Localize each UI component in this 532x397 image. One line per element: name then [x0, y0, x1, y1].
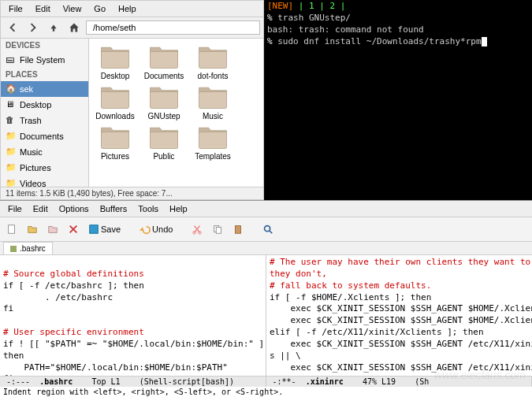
folder-icon: [147, 124, 180, 150]
sidebar-item-filesystem[interactable]: 🖴File System: [1, 52, 88, 68]
ed-menu-help[interactable]: Help: [165, 202, 192, 215]
folder-icon: [147, 43, 180, 70]
terminal-tab-2[interactable]: 2: [330, 1, 336, 11]
editor-menubar: File Edit Options Buffers Tools Help: [0, 201, 532, 217]
ed-menu-file[interactable]: File: [3, 202, 27, 215]
sidebar-item-documents[interactable]: 📁Documents: [1, 128, 88, 144]
editor-tab-bashrc[interactable]: .bashrc: [3, 242, 53, 254]
status-right: -:**- .xininrc 47% L19 (Sh: [266, 377, 533, 387]
fm-menu-help[interactable]: Help: [113, 2, 141, 15]
fm-statusbar: 11 items: 1.5 KiB (1,490 bytes), Free sp…: [1, 187, 263, 199]
folder-item-dot-fonts[interactable]: dot-fonts: [192, 43, 234, 80]
home-button[interactable]: [65, 20, 83, 35]
modified-marker-icon: [10, 246, 17, 252]
up-button[interactable]: [45, 20, 62, 35]
sidebar-item-pictures[interactable]: 📁Pictures: [1, 160, 88, 176]
undo-button[interactable]: Undo: [136, 221, 176, 238]
fm-menubar: File Edit View Go Help: [1, 1, 263, 17]
folder-icon: 📁: [6, 131, 17, 142]
sidebar-item-home[interactable]: 🏠sek: [1, 81, 88, 97]
close-button[interactable]: [65, 221, 82, 238]
back-button[interactable]: [4, 20, 21, 35]
terminal-new-tab[interactable]: [NEW]: [267, 1, 293, 11]
places-header: PLACES: [1, 68, 88, 81]
paste-button[interactable]: [229, 221, 247, 238]
editor-minibuffer[interactable]: Indent region with <left>, <right>, <S-l…: [0, 387, 532, 397]
desktop-icon: 🖥: [6, 99, 17, 110]
search-button[interactable]: [259, 221, 277, 238]
folder-item-templates[interactable]: Templates: [192, 124, 234, 161]
folder-icon: [196, 83, 229, 110]
drive-icon: 🖴: [6, 54, 17, 65]
folder-icon: 📁: [6, 162, 17, 173]
sidebar-item-desktop[interactable]: 🖥Desktop: [1, 97, 88, 113]
svg-point-7: [265, 226, 270, 232]
trash-icon: 🗑: [6, 115, 17, 126]
open-file-button[interactable]: [24, 221, 41, 238]
ed-menu-edit[interactable]: Edit: [28, 202, 53, 215]
text-editor: File Edit Options Buffers Tools Help Sav…: [0, 200, 532, 397]
open-folder-button[interactable]: [44, 221, 61, 238]
devices-header: DEVICES: [1, 39, 88, 52]
sidebar-item-music[interactable]: 📁Music: [1, 144, 88, 160]
folder-item-gnustep[interactable]: GNUstep: [143, 83, 185, 121]
folder-item-pictures[interactable]: Pictures: [94, 124, 136, 161]
fm-menu-file[interactable]: File: [4, 2, 28, 15]
folder-item-public[interactable]: Public: [143, 124, 185, 161]
folder-item-music[interactable]: Music: [192, 83, 234, 121]
file-manager: File Edit View Go Help /home/seth DEVICE…: [0, 0, 264, 200]
editor-left-pane[interactable]: # Source global definitionsif [ -f /etc/…: [0, 255, 266, 376]
editor-statusbar: -:--- .bashrc Top L1 (Shell-script[bash]…: [0, 376, 532, 387]
terminal-tab-1[interactable]: 1: [309, 1, 314, 11]
path-entry[interactable]: /home/seth: [86, 20, 260, 35]
path-text: /home/seth: [93, 23, 136, 32]
terminal[interactable]: [NEW] | 1 | 2 | % trash GNUstep/bash: tr…: [264, 0, 532, 200]
editor-toolbar: Save Undo: [0, 217, 532, 242]
folder-icon: [99, 43, 132, 70]
folder-icon: 📁: [6, 147, 17, 158]
svg-rect-6: [236, 226, 241, 234]
forward-button[interactable]: [24, 20, 42, 35]
folder-icon: [147, 83, 180, 110]
svg-rect-0: [9, 225, 15, 234]
fm-menu-view[interactable]: View: [58, 2, 87, 15]
ed-menu-tools[interactable]: Tools: [133, 202, 163, 215]
status-left: -:--- .bashrc Top L1 (Shell-script[bash]…: [0, 377, 266, 387]
folder-item-downloads[interactable]: Downloads: [94, 83, 136, 121]
sidebar-item-trash[interactable]: 🗑Trash: [1, 113, 88, 128]
folder-icon: 📁: [6, 178, 17, 187]
home-icon: 🏠: [6, 83, 17, 95]
folder-icon: [196, 124, 229, 150]
folder-item-desktop[interactable]: Desktop: [94, 43, 136, 80]
folder-icon: [99, 83, 132, 110]
new-file-button[interactable]: [3, 221, 20, 238]
cut-button[interactable]: [188, 221, 206, 238]
terminal-tabs: [NEW] | 1 | 2 |: [267, 1, 529, 13]
folder-icon: [196, 43, 229, 70]
sidebar-item-videos[interactable]: 📁Videos: [1, 176, 88, 187]
save-button[interactable]: Save: [85, 221, 124, 238]
fm-sidebar: DEVICES 🖴File System PLACES 🏠sek 🖥Deskto…: [1, 39, 89, 187]
svg-rect-1: [90, 225, 99, 234]
fm-menu-go[interactable]: Go: [89, 2, 110, 15]
copy-button[interactable]: [209, 221, 226, 238]
terminal-content: % trash GNUstep/bash: trash: command not…: [267, 13, 529, 48]
fm-toolbar: /home/seth: [1, 17, 263, 39]
ed-menu-options[interactable]: Options: [54, 202, 94, 215]
folder-item-documents[interactable]: Documents: [143, 43, 185, 80]
ed-menu-buffers[interactable]: Buffers: [95, 202, 132, 215]
svg-rect-5: [217, 227, 221, 233]
fm-icon-grid[interactable]: DesktopDocumentsdot-fontsDownloadsGNUste…: [89, 39, 263, 187]
fm-menu-edit[interactable]: Edit: [31, 2, 55, 15]
editor-right-pane[interactable]: # The user may have their own clients th…: [266, 255, 532, 376]
folder-icon: [99, 124, 132, 150]
